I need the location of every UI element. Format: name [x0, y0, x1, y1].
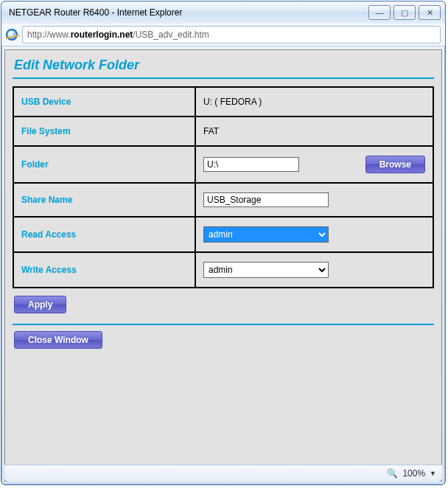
- folder-input[interactable]: [203, 157, 299, 172]
- window-title: NETGEAR Router R6400 - Internet Explorer: [9, 7, 368, 18]
- value-file-system: FAT: [203, 126, 219, 136]
- row-share-name: Share Name: [13, 183, 433, 217]
- titlebar: NETGEAR Router R6400 - Internet Explorer…: [1, 1, 445, 24]
- settings-table: USB Device U: ( FEDORA ) File System FAT…: [13, 86, 434, 288]
- label-share-name: Share Name: [13, 183, 195, 217]
- read-access-select[interactable]: admin: [203, 226, 329, 243]
- url-path: /USB_adv_edit.htm: [133, 29, 209, 40]
- zoom-dropdown-icon[interactable]: ▼: [430, 470, 436, 477]
- browser-window: NETGEAR Router R6400 - Internet Explorer…: [1, 1, 446, 485]
- row-read-access: Read Access admin: [13, 217, 433, 252]
- maximize-button[interactable]: ▢: [393, 5, 416, 20]
- label-write-access: Write Access: [13, 252, 195, 288]
- write-access-select[interactable]: admin: [203, 262, 329, 278]
- page-title: Edit Network Folder: [13, 58, 434, 77]
- share-name-input[interactable]: [203, 192, 329, 207]
- value-usb-device: U: ( FEDORA ): [203, 97, 262, 107]
- close-window-button[interactable]: Close Window: [14, 331, 102, 349]
- row-file-system: File System FAT: [13, 117, 433, 146]
- row-usb-device: USB Device U: ( FEDORA ): [13, 87, 433, 117]
- url-host: routerlogin.net: [71, 29, 133, 40]
- divider: [13, 77, 434, 79]
- zoom-level[interactable]: 100%: [402, 468, 425, 479]
- close-button[interactable]: ✕: [419, 5, 441, 20]
- zoom-icon[interactable]: 🔍: [387, 468, 398, 479]
- window-buttons: — ▢ ✕: [368, 5, 441, 20]
- label-read-access: Read Access: [13, 217, 195, 252]
- label-folder: Folder: [13, 146, 195, 183]
- page-content: Edit Network Folder USB Device U: ( FEDO…: [4, 49, 442, 482]
- status-bar: 🔍 100% ▼: [4, 465, 442, 482]
- minimize-button[interactable]: —: [368, 5, 391, 20]
- url-field[interactable]: http://www.routerlogin.net/USB_adv_edit.…: [22, 26, 441, 44]
- divider: [13, 324, 434, 325]
- address-bar: http://www.routerlogin.net/USB_adv_edit.…: [1, 24, 445, 46]
- label-usb-device: USB Device: [13, 87, 195, 117]
- row-folder: Folder Browse: [13, 146, 433, 183]
- label-file-system: File System: [13, 117, 195, 146]
- apply-button[interactable]: Apply: [14, 296, 66, 313]
- row-write-access: Write Access admin: [13, 252, 433, 288]
- ie-icon: [6, 29, 18, 41]
- url-scheme: http://www.: [27, 29, 71, 40]
- browse-button[interactable]: Browse: [365, 156, 425, 173]
